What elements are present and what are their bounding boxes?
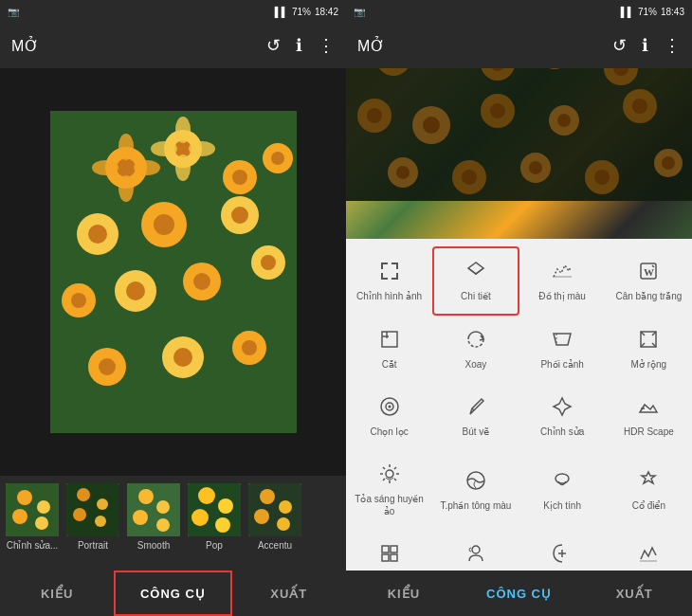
right-info-icon[interactable]: ℹ — [642, 35, 648, 56]
right-battery-text: 71% — [638, 7, 657, 17]
chon-loc-icon — [378, 395, 401, 422]
svg-point-8 — [88, 225, 107, 244]
svg-point-51 — [156, 518, 170, 532]
mo-rong-icon — [637, 328, 660, 354]
tool-cat-label: Cắt — [382, 358, 397, 371]
tool-but-ve[interactable]: Bút vẽ — [432, 383, 519, 450]
left-nav-concu[interactable]: CÔNG CỤ — [114, 571, 231, 616]
svg-point-58 — [260, 489, 275, 504]
tool-phan[interactable]: Phần... — [346, 530, 432, 571]
more-icon[interactable]: ⋮ — [318, 35, 335, 56]
right-undo-icon[interactable]: ↺ — [612, 35, 627, 56]
tool-cat[interactable]: Cắt — [346, 316, 432, 383]
tool-but-tien[interactable]: Bút tiến... — [606, 530, 692, 571]
thumb-img-4 — [188, 483, 241, 536]
svg-point-118 — [555, 474, 569, 483]
thumbnail-accentu[interactable]: Accentu — [246, 483, 303, 551]
svg-point-46 — [95, 516, 106, 527]
tool-phoi-canh[interactable]: Phối cảnh — [519, 316, 606, 383]
tool-toa-sang[interactable]: Tỏa sáng huyền ảo — [346, 450, 432, 530]
xoay-icon — [464, 328, 487, 354]
svg-rect-121 — [382, 554, 389, 561]
thumb-label-4: Pop — [206, 540, 223, 551]
thumb-label-2: Portrait — [78, 540, 108, 551]
thumb-label-5: Accentu — [258, 540, 292, 551]
info-icon[interactable]: ℹ — [296, 35, 302, 56]
svg-point-14 — [271, 152, 284, 165]
tool-can-bang-trang[interactable]: W Cân bằng trắng — [606, 246, 692, 316]
right-nav-concu[interactable]: CÔNG CỤ — [462, 571, 577, 616]
left-title: MỞ — [11, 37, 40, 55]
svg-rect-97 — [381, 263, 383, 269]
thumbnail-smooth[interactable]: Smooth — [125, 483, 182, 551]
tool-xoay-label: Xoay — [464, 358, 486, 371]
svg-point-116 — [386, 470, 393, 478]
can-bang-trang-icon: W — [637, 260, 660, 286]
svg-point-16 — [71, 293, 86, 308]
but-ve-icon — [464, 395, 487, 422]
tool-chinh-sua-label: Chỉnh sửa — [540, 426, 584, 438]
thumbnail-portrait[interactable]: Portrait — [64, 483, 121, 551]
svg-point-38 — [17, 490, 32, 505]
left-top-icons: ↺ ℹ ⋮ — [266, 35, 335, 56]
thumb-img-2 — [66, 483, 119, 536]
svg-point-34 — [175, 154, 191, 181]
svg-point-55 — [191, 509, 209, 526]
tool-chinh-hinh-label: Chỉnh hình ảnh — [356, 290, 422, 302]
battery-text: 71% — [292, 7, 311, 17]
tool-hdr-scape-label: HDR Scape — [624, 426, 674, 438]
svg-point-50 — [133, 510, 148, 525]
svg-point-54 — [218, 498, 233, 514]
thumbnail-pop[interactable]: Pop — [186, 483, 243, 551]
cat-icon — [378, 328, 401, 354]
right-image-area — [346, 68, 692, 239]
undo-icon[interactable]: ↺ — [266, 35, 281, 56]
tool-mo-rong[interactable]: Mở rộng — [606, 316, 692, 383]
svg-point-26 — [173, 348, 192, 367]
tool-co-dien[interactable]: Cổ điển — [606, 450, 692, 530]
tool-o[interactable]: ... — [519, 530, 606, 571]
tool-do-thi-mau[interactable]: Đồ thị màu — [519, 246, 606, 316]
left-status-bar: 📷 ▌▌ 71% 18:42 — [0, 0, 346, 23]
svg-text:W: W — [644, 266, 654, 278]
right-top-icons: ↺ ℹ ⋮ — [612, 35, 681, 56]
right-signal-icon: ▌▌ — [621, 7, 634, 17]
right-more-icon[interactable]: ⋮ — [664, 35, 681, 56]
tool-tphantong[interactable]: T.phần tông màu — [432, 450, 519, 530]
thumbnail-chinhsua[interactable]: Chỉnh sửa... — [4, 483, 61, 551]
right-nav-kieu[interactable]: KIỂU — [346, 571, 462, 616]
tool-chinh-hinh[interactable]: Chỉnh hình ảnh — [346, 246, 432, 316]
right-nav-xuat[interactable]: XUẤT — [576, 571, 692, 616]
svg-rect-122 — [391, 554, 397, 561]
tool-hdr-scape[interactable]: HDR Scape — [606, 383, 692, 450]
left-nav-kieu[interactable]: KIỂU — [0, 571, 114, 616]
tool-chi-tiet[interactable]: Chi tiết — [432, 246, 519, 316]
tool-chon-loc[interactable]: Chọn lọc — [346, 383, 432, 450]
right-top-bar: MỞ ↺ ℹ ⋮ — [346, 23, 692, 68]
tphantong-icon — [464, 469, 487, 496]
right-status-left: 📷 — [354, 7, 365, 17]
left-nav-xuat[interactable]: XUẤT — [232, 571, 346, 616]
tool-mo-rong-label: Mở rộng — [631, 358, 667, 371]
svg-point-60 — [254, 509, 269, 524]
svg-rect-107 — [382, 332, 397, 347]
toa-sang-icon — [378, 462, 401, 489]
tool-kich-tinh[interactable]: Kịch tính — [519, 450, 606, 530]
tool-xoay[interactable]: Xoay — [432, 316, 519, 383]
status-right: ▌▌ 71% 18:42 — [275, 7, 338, 17]
thumb-img-3 — [127, 483, 180, 536]
right-status-bar: 📷 ▌▌ 71% 18:43 — [346, 0, 692, 23]
svg-point-35 — [151, 141, 177, 156]
thumb-img-1 — [6, 483, 59, 536]
svg-point-40 — [12, 509, 27, 524]
tool-nguon[interactable]: Nguồn... — [432, 530, 519, 571]
svg-rect-124 — [640, 560, 657, 562]
o-icon — [551, 542, 574, 569]
but-tien-icon — [637, 542, 660, 569]
phan-icon — [378, 542, 401, 569]
svg-point-44 — [97, 498, 108, 510]
left-top-bar: MỞ ↺ ℹ ⋮ — [0, 23, 346, 68]
tool-chinh-sua[interactable]: Chỉnh sửa — [519, 383, 606, 450]
svg-point-48 — [138, 489, 154, 504]
svg-rect-42 — [66, 483, 119, 536]
